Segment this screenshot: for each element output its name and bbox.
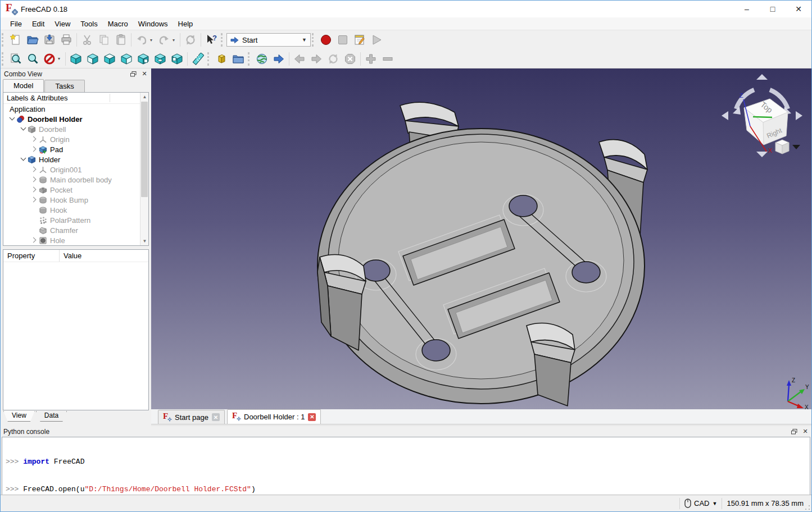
top-view-button[interactable] (101, 51, 118, 67)
navigation-style-selector[interactable]: CAD ▼ (684, 499, 717, 508)
maximize-button[interactable]: □ (760, 1, 786, 17)
redo-button[interactable] (156, 31, 173, 48)
measure-distance-button[interactable] (189, 51, 206, 67)
menu-macro[interactable]: Macro (103, 19, 133, 29)
nav-stop-button[interactable] (342, 51, 359, 67)
menu-file[interactable]: File (5, 19, 27, 29)
chevron-down-icon[interactable] (19, 156, 27, 163)
toolbar-drag-handle[interactable] (312, 33, 316, 47)
paste-button[interactable] (112, 31, 129, 48)
3d-viewport[interactable]: Top Right Z X (151, 68, 811, 409)
resize-grip[interactable] (805, 505, 810, 510)
tree-item-origin[interactable]: Origin (3, 134, 148, 144)
tree-item-hook[interactable]: Hook (3, 205, 148, 215)
nav-refresh-button[interactable] (325, 51, 342, 67)
refresh-button[interactable] (182, 31, 199, 48)
tree-item-main-doorbell-body[interactable]: Main doorbell body (3, 175, 148, 185)
workbench-selector[interactable]: Start ▼ (226, 33, 311, 47)
chevron-down-icon[interactable] (19, 125, 27, 133)
chevron-right-icon[interactable] (30, 135, 38, 143)
menu-windows[interactable]: Windows (133, 19, 173, 29)
toolbar-drag-handle[interactable] (248, 52, 252, 66)
save-document-button[interactable] (41, 31, 58, 48)
macro-play-button[interactable] (368, 31, 385, 48)
toolbar-drag-handle[interactable] (221, 33, 225, 47)
draw-style-dropdown-arrow[interactable]: ▾ (58, 56, 63, 61)
navigation-cube[interactable]: Top Right Z X (719, 73, 805, 158)
chevron-right-icon[interactable] (30, 176, 38, 184)
draw-style-button[interactable] (41, 51, 58, 67)
macro-record-button[interactable] (317, 31, 334, 48)
chevron-right-icon[interactable] (30, 145, 38, 153)
tab-start-page[interactable]: F Start page ✕ (158, 410, 225, 424)
chevron-right-icon[interactable] (30, 196, 38, 204)
toolbar-drag-handle[interactable] (207, 52, 212, 66)
tree-item-origin001[interactable]: Origin001 (3, 164, 148, 175)
fit-selection-button[interactable] (24, 51, 41, 67)
toolbar-drag-handle[interactable] (2, 33, 6, 47)
close-tab-icon[interactable]: ✕ (308, 413, 316, 421)
tab-doorbell-holder[interactable]: F Doorbell Holder : 1 ✕ (227, 409, 321, 424)
web-home-button[interactable] (253, 51, 270, 67)
front-view-button[interactable] (84, 51, 101, 67)
tab-tasks[interactable]: Tasks (44, 80, 84, 92)
menu-view[interactable]: View (49, 19, 75, 29)
bottom-view-button[interactable] (152, 51, 169, 67)
right-view-button[interactable] (118, 51, 135, 67)
float-panel-icon[interactable] (129, 70, 137, 78)
axonometric-view-button[interactable] (67, 51, 84, 67)
tree-item-doorbell[interactable]: Doorbell (3, 124, 148, 134)
rear-view-button[interactable] (135, 51, 152, 67)
fit-all-button[interactable] (7, 51, 24, 67)
undo-dropdown-arrow[interactable]: ▾ (150, 38, 156, 43)
macro-edit-button[interactable] (351, 31, 368, 48)
open-browser-button[interactable] (270, 51, 287, 67)
tree-item-pad[interactable]: Pad (3, 144, 148, 154)
redo-dropdown-arrow[interactable]: ▾ (173, 38, 178, 43)
scrollbar-thumb[interactable] (141, 102, 148, 197)
chevron-right-icon[interactable] (30, 236, 38, 244)
macro-stop-button[interactable] (334, 31, 351, 48)
cut-button[interactable] (79, 31, 96, 48)
make-group-button[interactable] (230, 51, 247, 67)
open-document-button[interactable] (24, 31, 41, 48)
float-panel-icon[interactable] (790, 428, 798, 436)
scroll-up-icon[interactable]: ▲ (140, 93, 149, 101)
undo-button[interactable] (133, 31, 150, 48)
tree-item-pocket[interactable]: Pocket (3, 185, 148, 195)
tree-item-application[interactable]: Application (3, 104, 148, 114)
tree-item-hook-bump[interactable]: Hook Bump (3, 195, 148, 205)
new-document-button[interactable] (7, 31, 24, 48)
tree-item-holder[interactable]: Holder (3, 154, 148, 164)
tab-view[interactable]: View (3, 411, 35, 422)
tree-item-polarpattern[interactable]: PolarPattern (3, 215, 148, 225)
scroll-down-icon[interactable]: ▼ (140, 237, 149, 245)
menu-help[interactable]: Help (173, 19, 198, 29)
tab-model[interactable]: Model (3, 79, 44, 92)
tree-item-chamfer[interactable]: Chamfer (3, 225, 148, 235)
close-tab-icon[interactable]: ✕ (212, 413, 220, 421)
whats-this-button[interactable]: ? (203, 31, 220, 48)
part-button[interactable] (213, 51, 230, 67)
zoom-out-button[interactable] (379, 51, 396, 67)
menu-edit[interactable]: Edit (27, 19, 49, 29)
nav-forward-button[interactable] (308, 51, 325, 67)
close-panel-icon[interactable]: ✕ (140, 70, 148, 78)
tree-item-hole[interactable]: Hole (3, 235, 148, 245)
doorbell-holder-model[interactable] (151, 68, 811, 409)
left-view-button[interactable] (169, 51, 185, 67)
close-panel-icon[interactable]: ✕ (801, 428, 809, 436)
python-console-input[interactable]: >>> import FreeCAD >>> FreeCAD.open(u"D:… (2, 437, 810, 495)
tab-data[interactable]: Data (36, 411, 67, 422)
toolbar-drag-handle[interactable] (2, 52, 6, 66)
menu-tools[interactable]: Tools (75, 19, 102, 29)
tree-item-doorbell-holder[interactable]: Doorbell Holder (3, 114, 148, 124)
close-button[interactable]: ✕ (786, 1, 811, 17)
chevron-right-icon[interactable] (30, 166, 38, 173)
tree-scrollbar[interactable]: ▲ ▼ (140, 93, 148, 245)
copy-button[interactable] (96, 31, 112, 48)
print-button[interactable] (58, 31, 75, 48)
chevron-down-icon[interactable] (8, 115, 16, 123)
nav-back-button[interactable] (291, 51, 308, 67)
zoom-in-button[interactable] (362, 51, 379, 67)
